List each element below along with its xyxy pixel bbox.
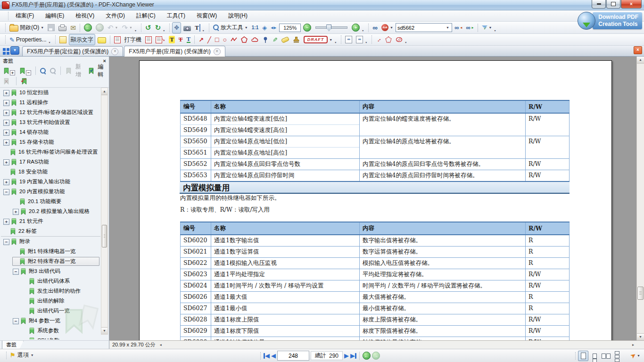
- zoom-out-button[interactable]: −: [302, 23, 313, 33]
- first-page-button[interactable]: ◀: [264, 352, 270, 359]
- go-back-button[interactable]: ←: [83, 23, 93, 33]
- search-options-button[interactable]: ▼: [480, 23, 494, 33]
- bookmark-label[interactable]: 10 恒定扫描: [19, 89, 49, 97]
- next-page-button[interactable]: ▶: [344, 352, 349, 359]
- email-button[interactable]: ✉: [69, 23, 77, 33]
- text-block-tool-button[interactable]: [144, 34, 153, 45]
- ask-search-provider-button[interactable]: Ask ▼: [380, 23, 395, 33]
- scroll-down-icon[interactable]: ▼: [101, 327, 107, 334]
- polyline-tool-button[interactable]: [229, 34, 239, 45]
- toolbar-overflow-icon[interactable]: ▾: [203, 29, 204, 32]
- open-button[interactable]: 開啟(O) ▼: [8, 23, 45, 33]
- expand-icon[interactable]: +: [3, 110, 9, 116]
- undo-button[interactable]: ↶ ▼: [106, 23, 120, 33]
- bookmark-item[interactable]: +10 恒定扫描: [1, 88, 100, 98]
- tab-doc2-close-icon[interactable]: ×: [214, 48, 221, 55]
- find-next-button[interactable]: ∞ ▸: [464, 23, 475, 33]
- document-scrollbar[interactable]: ▲ ▼: [636, 57, 644, 340]
- bookmark-label[interactable]: 21 软元件: [19, 217, 43, 225]
- bookmark-item[interactable]: 18 安全功能: [1, 167, 100, 177]
- tab-list-dropdown[interactable]: ▼: [10, 46, 19, 55]
- highlight-text-button[interactable]: T: [167, 34, 176, 45]
- goto-bookmark-button[interactable]: [20, 77, 31, 85]
- zoom-in-button[interactable]: +: [350, 23, 361, 33]
- bookmark-item[interactable]: +21 软元件: [1, 216, 100, 226]
- line-tool-button[interactable]: ╱: [206, 34, 213, 45]
- rectangle-tool-button[interactable]: □: [214, 34, 220, 45]
- scroll-up-icon[interactable]: ▲: [637, 57, 644, 64]
- menu-edit[interactable]: 編輯(E): [40, 10, 70, 21]
- collapse-icon[interactable]: −: [13, 269, 19, 275]
- single-page-layout-button[interactable]: [578, 351, 588, 361]
- expand-icon[interactable]: +: [3, 130, 9, 136]
- expand-icon[interactable]: +: [13, 209, 19, 215]
- search-button[interactable]: ∞: [371, 23, 379, 33]
- stamp-tool-button[interactable]: [291, 34, 301, 45]
- textbox-tool-button[interactable]: [113, 34, 122, 45]
- bookmark-label[interactable]: 出错代码一览: [37, 307, 70, 315]
- typewriter-tool-button[interactable]: 打字機: [123, 34, 143, 45]
- options-dropdown-icon[interactable]: ▼: [31, 354, 34, 357]
- toolbar-overflow-icon[interactable]: ▾: [335, 41, 336, 44]
- bookmark-label[interactable]: 19 内置输入输出功能: [19, 178, 70, 186]
- zoom-level-combo[interactable]: 125%: [279, 24, 301, 32]
- rotate-cw-button[interactable]: ↻: [154, 23, 163, 33]
- expand-icon[interactable]: +: [3, 90, 9, 96]
- callout-tool-button[interactable]: ↘: [154, 34, 167, 45]
- expand-icon[interactable]: +: [3, 140, 9, 146]
- expand-icon[interactable]: +: [3, 159, 9, 165]
- eraser-tool-button[interactable]: [280, 34, 290, 45]
- bookmark-item[interactable]: −20 内置模拟量功能: [1, 187, 100, 197]
- horizontal-scrollbar[interactable]: 20.99 x 29.70 公分 ◂ ▸: [109, 340, 644, 349]
- collapse-all-bookmarks-button[interactable]: −: [18, 66, 32, 75]
- close-document-button[interactable]: ×: [634, 46, 642, 54]
- underline-text-button[interactable]: T: [185, 34, 192, 45]
- minimize-button[interactable]: [592, 0, 606, 8]
- bookmark-item[interactable]: −附4 参数一览: [1, 316, 100, 326]
- menu-help[interactable]: 說明(H): [223, 10, 253, 21]
- bookmark-item[interactable]: 附2 特殊寄存器一览: [1, 256, 100, 266]
- facing-layout-button[interactable]: [601, 351, 611, 361]
- draft-dropdown-icon[interactable]: ▼: [329, 38, 332, 41]
- collapse-icon[interactable]: −: [13, 318, 19, 324]
- bookmark-label[interactable]: 15 存储卡功能: [19, 138, 54, 146]
- toolbar-overflow-icon[interactable]: ▾: [362, 29, 363, 32]
- bookmark-item[interactable]: +14 锁存功能: [1, 127, 100, 137]
- zoom-slider[interactable]: [315, 26, 347, 29]
- menu-document[interactable]: 文件(D): [100, 10, 131, 21]
- bookmark-item[interactable]: 16 软元件/标签访问服务处理设置: [1, 147, 100, 157]
- pencil-tool-button[interactable]: ✎: [271, 34, 279, 45]
- collapse-icon[interactable]: −: [3, 239, 9, 245]
- menu-window[interactable]: 視窗(W): [191, 10, 223, 21]
- expand-icon[interactable]: +: [3, 219, 9, 225]
- bookmark-item[interactable]: CPU参数: [1, 336, 100, 339]
- toolbar-overflow-icon[interactable]: ▾: [494, 29, 495, 32]
- pan-zoom-pointer-icon[interactable]: ➤: [629, 351, 638, 360]
- bookmark-label[interactable]: 18 安全功能: [18, 168, 48, 176]
- sticky-note-button[interactable]: [58, 34, 68, 45]
- menu-file[interactable]: 檔案(F): [10, 10, 40, 21]
- bookmark-label[interactable]: 出错代码体系: [37, 277, 70, 285]
- toolbar-overflow-icon[interactable]: ▾: [49, 41, 50, 44]
- last-page-button[interactable]: ▶: [350, 352, 356, 359]
- menu-comments[interactable]: 註解(C): [131, 10, 161, 21]
- bookmark-label[interactable]: 附1 特殊继电器一览: [28, 247, 76, 255]
- bookmarks-scrollbar-thumb[interactable]: [102, 225, 107, 247]
- bookmark-item[interactable]: +13 软元件初始值设置: [1, 117, 100, 127]
- document-scrollbar-thumb[interactable]: [637, 287, 644, 300]
- bookmark-label[interactable]: CPU参数: [37, 337, 59, 339]
- print-button[interactable]: [57, 23, 68, 33]
- new-bookmark-button[interactable]: 新增: [64, 63, 85, 79]
- zoom-tool-dropdown-icon[interactable]: ▼: [245, 26, 248, 29]
- bookmark-label[interactable]: 17 RAS功能: [19, 158, 49, 166]
- bookmark-item[interactable]: 22 标签: [1, 226, 100, 236]
- show-text-button[interactable]: 顯示文字: [69, 34, 95, 45]
- tab-doc2[interactable]: FX5用户手册(应用篇) (受保護的) ×: [124, 46, 225, 57]
- expand-icon[interactable]: +: [3, 100, 9, 106]
- bookmark-zoom-out-button[interactable]: [49, 68, 57, 74]
- bookmark-label[interactable]: 附4 参数一览: [29, 317, 60, 325]
- bookmark-label[interactable]: 发生出错时的动作: [37, 287, 81, 295]
- save-button[interactable]: [46, 23, 56, 33]
- zoom-slider-thumb[interactable]: [326, 25, 331, 31]
- search-options-dropdown-icon[interactable]: ▼: [489, 26, 492, 29]
